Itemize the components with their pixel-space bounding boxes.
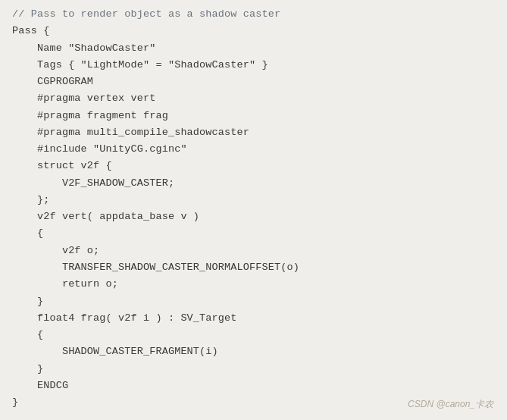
code-line: Name "ShadowCaster"	[12, 40, 495, 57]
watermark: CSDN @canon_卡农	[408, 398, 493, 411]
code-line: }	[12, 361, 495, 378]
code-container: // Pass to render object as a shadow cas…	[0, 0, 507, 420]
code-line: TRANSFER_SHADOW_CASTER_NORMALOFFSET(o)	[12, 259, 495, 276]
code-line: }	[12, 293, 495, 310]
code-line: v2f o;	[12, 243, 495, 259]
code-line: #pragma multi_compile_shadowcaster	[12, 124, 495, 141]
code-line: Tags { "LightMode" = "ShadowCaster" }	[12, 57, 495, 74]
code-line: v2f vert( appdata_base v )	[12, 208, 495, 225]
code-line: // Pass to render object as a shadow cas…	[12, 6, 495, 23]
code-line: {	[12, 327, 495, 343]
code-line: ENDCG	[12, 378, 495, 394]
code-line: #include "UnityCG.cginc"	[12, 141, 495, 158]
code-line: Pass {	[12, 23, 495, 39]
code-line: V2F_SHADOW_CASTER;	[12, 175, 495, 192]
code-line: return o;	[12, 276, 495, 293]
code-line: #pragma fragment frag	[12, 108, 495, 124]
code-line: float4 frag( v2f i ) : SV_Target	[12, 310, 495, 327]
code-line: struct v2f {	[12, 158, 495, 174]
code-line: {	[12, 225, 495, 242]
code-block: // Pass to render object as a shadow cas…	[12, 6, 495, 411]
code-line: CGPROGRAM	[12, 74, 495, 90]
code-line: #pragma vertex vert	[12, 90, 495, 107]
code-line: };	[12, 192, 495, 208]
code-line: SHADOW_CASTER_FRAGMENT(i)	[12, 343, 495, 360]
